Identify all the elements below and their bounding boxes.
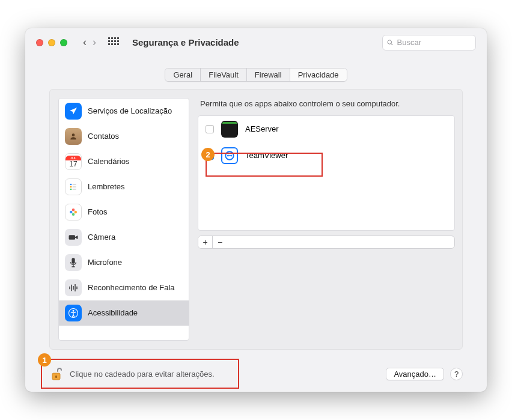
sidebar-item-microphone[interactable]: Microfone xyxy=(59,250,189,275)
sidebar-item-photos[interactable]: Fotos xyxy=(59,199,189,225)
camera-icon xyxy=(65,229,82,246)
sidebar-item-calendar[interactable]: JUL 17 Calendários xyxy=(59,149,189,174)
svg-point-7 xyxy=(72,208,75,212)
minimize-button[interactable] xyxy=(48,39,55,46)
svg-rect-11 xyxy=(69,235,76,240)
nav-buttons: ‹ › xyxy=(83,36,96,49)
sidebar-item-camera[interactable]: Câmera xyxy=(59,225,189,250)
app-row-teamviewer[interactable]: TeamViewer xyxy=(198,142,454,169)
titlebar: ‹ › Segurança e Privacidade xyxy=(25,28,487,57)
forward-button[interactable]: › xyxy=(93,36,96,49)
svg-point-0 xyxy=(72,133,75,136)
accessibility-icon xyxy=(65,305,82,321)
teamviewer-icon xyxy=(221,147,238,164)
main-panel: Serviços de Localização Contatos JUL 17 … xyxy=(49,89,463,350)
svg-rect-12 xyxy=(72,258,75,264)
app-list: AEServer TeamViewer xyxy=(198,115,455,231)
sidebar-item-label: Microfone xyxy=(88,258,122,267)
svg-rect-14 xyxy=(71,285,72,291)
sidebar-item-label: Lembretes xyxy=(88,182,124,191)
sidebar-item-label: Contatos xyxy=(88,132,119,141)
add-remove-buttons: + − xyxy=(198,236,455,249)
app-name: TeamViewer xyxy=(245,151,288,160)
svg-rect-16 xyxy=(75,284,76,291)
search-icon xyxy=(387,39,394,46)
sidebar-item-contacts[interactable]: Contatos xyxy=(59,124,189,149)
photos-icon xyxy=(65,204,82,221)
back-button[interactable]: ‹ xyxy=(83,36,87,49)
tab-geral[interactable]: Geral xyxy=(165,68,201,81)
svg-rect-17 xyxy=(76,287,78,290)
traffic-lights xyxy=(36,39,67,46)
svg-point-8 xyxy=(75,211,78,214)
location-icon xyxy=(65,103,82,120)
tab-firewall[interactable]: Firewall xyxy=(247,68,290,81)
svg-rect-6 xyxy=(73,189,76,189)
svg-rect-4 xyxy=(73,186,76,187)
app-row-aeserver[interactable]: AEServer xyxy=(198,116,454,142)
lock-text: Clique no cadeado para evitar alterações… xyxy=(70,370,215,379)
window-title: Segurança e Privacidade xyxy=(132,37,239,47)
sidebar-item-label: Reconhecimento de Fala xyxy=(88,283,175,292)
svg-rect-15 xyxy=(73,286,74,290)
sidebar-item-speech[interactable]: Reconhecimento de Fala xyxy=(59,275,189,300)
sidebar-item-label: Calendários xyxy=(88,157,129,166)
content-area: Permita que os apps abaixo controlem o s… xyxy=(198,98,455,341)
sidebar-item-label: Serviços de Localização xyxy=(88,106,172,115)
svg-point-9 xyxy=(72,213,75,216)
svg-rect-2 xyxy=(73,184,76,184)
svg-point-3 xyxy=(70,186,72,187)
tab-privacidade[interactable]: Privacidade xyxy=(290,68,347,81)
sidebar: Serviços de Localização Contatos JUL 17 … xyxy=(58,98,189,341)
show-all-button[interactable] xyxy=(108,37,119,48)
advanced-button[interactable]: Avançado… xyxy=(386,368,444,380)
mic-icon xyxy=(65,254,82,271)
sidebar-item-location[interactable]: Serviços de Localização xyxy=(59,99,189,124)
sidebar-item-label: Fotos xyxy=(88,207,108,216)
reminders-icon xyxy=(65,178,82,195)
terminal-icon xyxy=(221,121,238,138)
svg-rect-22 xyxy=(55,376,57,378)
instruction-text: Permita que os apps abaixo controlem o s… xyxy=(200,99,455,108)
sidebar-item-reminders[interactable]: Lembretes xyxy=(59,174,189,199)
svg-rect-13 xyxy=(69,287,70,290)
add-button[interactable]: + xyxy=(198,236,213,248)
search-box[interactable] xyxy=(382,35,476,50)
app-name: AEServer xyxy=(245,124,279,133)
annotation-badge-2: 2 xyxy=(201,148,215,161)
svg-point-19 xyxy=(73,310,75,312)
checkbox-aeserver[interactable] xyxy=(206,125,214,133)
sidebar-item-label: Acessibilidade xyxy=(88,308,138,317)
svg-point-1 xyxy=(70,183,72,185)
annotation-badge-1: 1 xyxy=(38,353,51,367)
help-button[interactable]: ? xyxy=(450,368,463,380)
close-button[interactable] xyxy=(36,39,43,46)
lock-icon[interactable] xyxy=(49,367,64,382)
tab-filevault[interactable]: FileVault xyxy=(201,68,247,81)
preferences-window: ‹ › Segurança e Privacidade Geral FileVa… xyxy=(25,28,487,392)
maximize-button[interactable] xyxy=(60,39,67,46)
calendar-icon: JUL 17 xyxy=(65,153,82,170)
tab-bar: Geral FileVault Firewall Privacidade xyxy=(25,68,487,82)
remove-button[interactable]: − xyxy=(213,236,227,248)
speech-icon xyxy=(65,279,82,296)
footer: Clique no cadeado para evitar alterações… xyxy=(25,362,487,392)
sidebar-item-label: Câmera xyxy=(88,233,115,242)
svg-point-5 xyxy=(70,188,72,190)
contacts-icon xyxy=(65,128,82,145)
segmented-control: Geral FileVault Firewall Privacidade xyxy=(165,68,347,82)
search-input[interactable] xyxy=(397,38,471,47)
svg-point-10 xyxy=(70,211,73,214)
sidebar-item-accessibility[interactable]: Acessibilidade xyxy=(59,300,189,326)
